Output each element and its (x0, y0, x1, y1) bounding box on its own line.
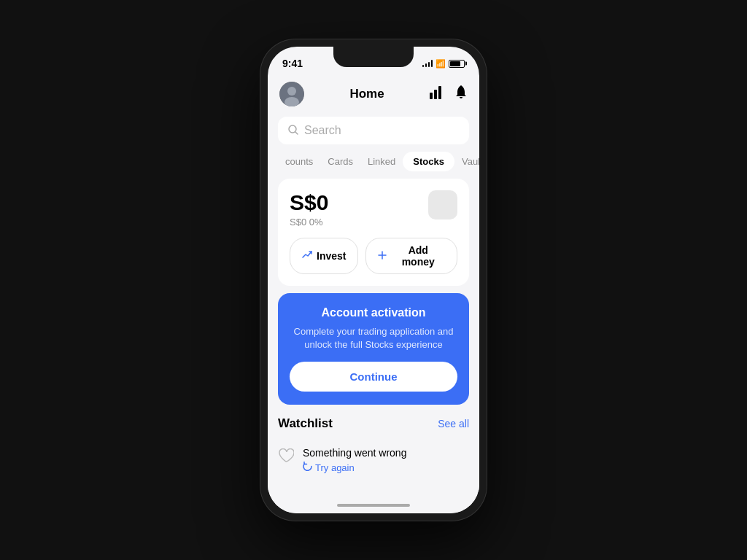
svg-point-1 (287, 87, 296, 96)
activation-card: Account activation Complete your trading… (278, 293, 469, 405)
tab-stocks[interactable]: Stocks (403, 152, 454, 171)
status-icons: 📶 (422, 59, 465, 69)
watchlist-header: Watchlist See all (278, 416, 469, 431)
svg-line-7 (295, 132, 298, 134)
main-content: Home (268, 76, 479, 497)
invest-icon (302, 250, 312, 262)
error-message: Something went wrong (303, 447, 406, 459)
search-bar[interactable]: Search (278, 117, 469, 144)
activation-desc: Complete your trading application and un… (290, 325, 457, 351)
search-placeholder: Search (304, 124, 341, 137)
continue-button[interactable]: Continue (290, 362, 457, 392)
top-bar: Home (268, 76, 479, 114)
wifi-icon: 📶 (436, 59, 446, 69)
bell-icon[interactable] (454, 85, 468, 103)
tab-cards[interactable]: Cards (320, 152, 360, 171)
watchlist-title: Watchlist (278, 416, 333, 431)
see-all-link[interactable]: See all (438, 418, 469, 429)
notch (333, 47, 414, 67)
invest-button[interactable]: Invest (290, 238, 358, 274)
activation-title: Account activation (290, 306, 457, 319)
error-row: Something went wrong Try again (278, 440, 469, 481)
stock-amount: S$0 (290, 190, 328, 215)
error-text: Something went wrong Try again (303, 447, 406, 473)
chart-icon[interactable] (430, 86, 444, 102)
header-icons (430, 85, 468, 103)
add-money-label: Add money (391, 244, 445, 268)
svg-rect-4 (434, 90, 437, 99)
tab-accounts[interactable]: counts (278, 152, 320, 171)
phone-screen: 9:41 📶 (268, 47, 479, 513)
search-icon (288, 125, 298, 137)
home-bar (337, 504, 410, 507)
action-buttons: Invest Add money (290, 238, 457, 274)
page-title: Home (349, 87, 384, 101)
stock-header: S$0 S$0 0% (290, 190, 457, 228)
heart-icon (278, 448, 294, 467)
invest-label: Invest (317, 250, 346, 262)
stock-chart-thumbnail (428, 190, 457, 219)
avatar[interactable] (279, 82, 304, 106)
plus-icon (378, 250, 387, 262)
watchlist-section: Watchlist See all Something went wrong (268, 412, 479, 491)
svg-rect-5 (438, 86, 441, 99)
home-indicator (268, 497, 479, 513)
add-money-button[interactable]: Add money (365, 238, 457, 274)
signal-icon (422, 60, 433, 67)
tab-linked[interactable]: Linked (360, 152, 403, 171)
status-time: 9:41 (282, 58, 303, 69)
stock-card: S$0 S$0 0% Invest (278, 179, 469, 286)
tabs-row: counts Cards Linked Stocks Vault (268, 152, 479, 171)
svg-rect-3 (430, 93, 433, 99)
battery-icon (449, 60, 465, 68)
tab-vault[interactable]: Vault (454, 152, 479, 171)
stock-sub: S$0 0% (290, 217, 328, 228)
retry-icon (303, 462, 312, 473)
try-again-button[interactable]: Try again (303, 462, 406, 473)
try-again-label: Try again (315, 462, 355, 473)
phone-frame: 9:41 📶 (260, 39, 487, 521)
